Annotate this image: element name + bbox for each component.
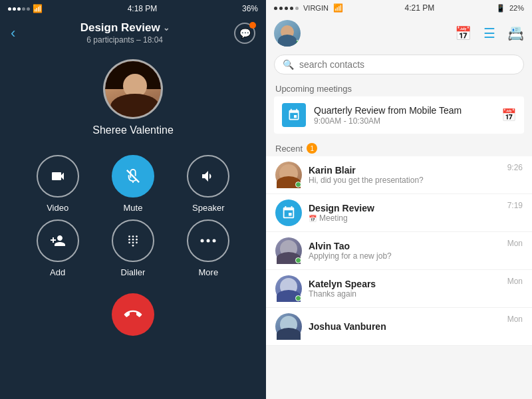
chevron-down-icon[interactable]: ⌄ bbox=[163, 23, 170, 33]
contacts-icon[interactable]: 📇 bbox=[507, 25, 524, 41]
svg-point-3 bbox=[132, 235, 134, 237]
design-review-time: 7:19 bbox=[507, 201, 523, 210]
wifi-icon: 📶 bbox=[33, 4, 43, 13]
joshua-avatar bbox=[275, 313, 302, 340]
katelyn-body: Katelyn Spears Thanks again bbox=[309, 279, 501, 299]
upcoming-meetings-header: Upcoming meetings bbox=[266, 78, 532, 96]
contact-list: Karin Blair Hi, did you get the presenta… bbox=[266, 156, 532, 399]
video-circle bbox=[37, 155, 79, 198]
dot2 bbox=[13, 7, 16, 11]
dot5 bbox=[27, 7, 30, 11]
mute-button[interactable]: Mute bbox=[112, 155, 154, 213]
chat-badge bbox=[249, 22, 256, 29]
more-circle bbox=[187, 219, 229, 262]
recent-header: Recent 1 bbox=[266, 138, 532, 156]
katelyn-name: Katelyn Spears bbox=[309, 279, 501, 289]
contact-item-karin[interactable]: Karin Blair Hi, did you get the presenta… bbox=[266, 156, 532, 194]
add-circle bbox=[37, 219, 79, 262]
recent-badge: 1 bbox=[307, 143, 317, 154]
katelyn-online-dot bbox=[295, 295, 301, 301]
design-review-body: Design Review 📅 Meeting bbox=[309, 203, 501, 223]
contact-item-design-review[interactable]: Design Review 📅 Meeting 7:19 bbox=[266, 194, 532, 232]
grid-icon[interactable]: ☰ bbox=[483, 25, 495, 41]
karin-online-dot bbox=[295, 182, 301, 188]
dot3 bbox=[17, 7, 21, 11]
svg-point-12 bbox=[201, 239, 204, 243]
search-bar[interactable]: 🔍 bbox=[274, 55, 524, 74]
header-icons: 📅 ☰ 📇 bbox=[307, 25, 524, 41]
chat-icon: 💬 bbox=[239, 28, 251, 39]
end-call-button[interactable] bbox=[112, 293, 154, 336]
meeting-time: 9:00AM - 10:30AM bbox=[314, 116, 493, 126]
add-button[interactable]: Add bbox=[37, 219, 79, 277]
design-review-message: 📅 Meeting bbox=[309, 213, 501, 223]
svg-point-4 bbox=[136, 235, 138, 237]
right-signal: VIRGIN 📶 bbox=[274, 3, 343, 13]
karin-time: 9:26 bbox=[507, 163, 523, 172]
karin-avatar bbox=[275, 162, 302, 188]
svg-point-9 bbox=[132, 241, 134, 243]
left-time: 4:18 PM bbox=[128, 4, 158, 13]
meeting-calendar-icon[interactable]: 📅 bbox=[501, 108, 516, 122]
call-title-block: Design Review ⌄ 6 participants – 18:04 bbox=[15, 21, 234, 45]
contact-item-alvin[interactable]: Alvin Tao Applying for a new job? Mon bbox=[266, 232, 532, 270]
dialler-circle bbox=[112, 219, 154, 262]
meeting-msg-icon: 📅 bbox=[309, 215, 317, 222]
svg-point-2 bbox=[128, 235, 130, 237]
meeting-item[interactable]: Quarterly Review from Mobile Team 9:00AM… bbox=[274, 96, 524, 134]
search-icon: 🔍 bbox=[283, 59, 294, 70]
profile-online-dot bbox=[294, 40, 299, 45]
left-status-bar: 📶 4:18 PM 36% bbox=[0, 0, 266, 17]
right-battery-area: 📱 22% bbox=[496, 4, 524, 13]
profile-face bbox=[281, 25, 294, 39]
dot1 bbox=[8, 7, 11, 11]
right-header: 📅 ☰ 📇 bbox=[266, 16, 532, 51]
caller-name: Sheree Valentine bbox=[92, 124, 174, 136]
mute-label: Mute bbox=[124, 203, 143, 213]
design-review-name: Design Review bbox=[309, 203, 501, 213]
karin-name: Karin Blair bbox=[309, 165, 501, 176]
call-controls: Video Mute Speaker bbox=[0, 155, 266, 277]
dialler-button[interactable]: Dialler bbox=[112, 219, 154, 277]
back-button[interactable]: ‹ bbox=[11, 26, 15, 41]
svg-point-5 bbox=[128, 239, 130, 241]
svg-point-13 bbox=[207, 239, 210, 243]
alvin-time: Mon bbox=[507, 239, 523, 248]
chat-button[interactable]: 💬 bbox=[234, 23, 255, 44]
recent-header-text: Recent bbox=[275, 144, 303, 154]
meeting-icon bbox=[282, 103, 306, 127]
caller-avatar-section: Sheree Valentine bbox=[92, 59, 174, 136]
controls-row-1: Video Mute Speaker bbox=[20, 155, 246, 213]
svg-point-6 bbox=[132, 239, 134, 241]
svg-point-7 bbox=[136, 239, 138, 241]
more-button[interactable]: More bbox=[187, 219, 229, 277]
call-title-name: Design Review ⌄ bbox=[15, 21, 234, 35]
svg-point-11 bbox=[132, 245, 134, 247]
contact-item-katelyn[interactable]: Katelyn Spears Thanks again Mon bbox=[266, 270, 532, 308]
meeting-info: Quarterly Review from Mobile Team 9:00AM… bbox=[314, 105, 493, 126]
signal-area: 📶 bbox=[8, 4, 43, 13]
caller-avatar bbox=[103, 59, 163, 119]
bluetooth-icon: 📱 bbox=[496, 4, 505, 13]
more-label: More bbox=[199, 267, 219, 277]
speaker-button[interactable]: Speaker bbox=[187, 155, 229, 213]
call-participants: 6 participants – 18:04 bbox=[15, 35, 234, 45]
speaker-circle bbox=[187, 155, 229, 198]
right-wifi-icon: 📶 bbox=[333, 3, 343, 13]
dot4 bbox=[22, 7, 25, 11]
calendar-icon[interactable]: 📅 bbox=[455, 25, 471, 41]
alvin-avatar bbox=[275, 237, 302, 264]
battery-status: 36% bbox=[242, 4, 258, 13]
call-screen: 📶 4:18 PM 36% ‹ Design Review ⌄ 6 partic… bbox=[0, 0, 266, 399]
svg-point-10 bbox=[136, 241, 138, 243]
search-input[interactable] bbox=[299, 59, 515, 70]
profile-avatar[interactable] bbox=[274, 20, 301, 47]
joshua-avatar-img bbox=[275, 313, 302, 340]
add-label: Add bbox=[50, 267, 65, 277]
avatar-body bbox=[110, 94, 160, 119]
katelyn-time: Mon bbox=[507, 277, 523, 286]
contact-item-joshua[interactable]: Joshua Vanburen Mon bbox=[266, 308, 532, 346]
mute-circle bbox=[112, 155, 154, 198]
r-dot4 bbox=[290, 7, 293, 10]
video-button[interactable]: Video bbox=[37, 155, 79, 213]
